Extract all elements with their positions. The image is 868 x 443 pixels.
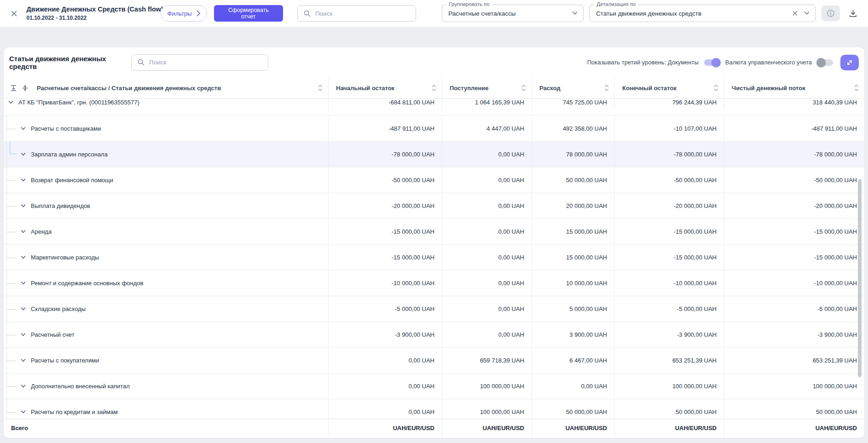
cell-expense: 50 000,00 UAH (532, 167, 614, 193)
group-by-label: Группировать по (446, 1, 492, 7)
chevron-down-icon[interactable] (20, 280, 26, 286)
row-label: Дополнительно внесенный капитал (31, 383, 130, 390)
toolbar-right: Показывать третий уровень: Документы Вал… (587, 55, 859, 70)
close-button[interactable] (8, 7, 20, 19)
tree-connector (7, 412, 16, 413)
table-row[interactable]: Зарплата админ персонала -78 000,00 UAH … (4, 142, 864, 167)
sort-icon[interactable] (713, 84, 719, 92)
expand-button[interactable] (840, 55, 859, 70)
toggle-currency-switch[interactable] (817, 59, 833, 66)
chevron-down-icon[interactable] (20, 383, 26, 389)
cell-opening-balance: -50 000,00 UAH (328, 167, 442, 193)
chevron-down-icon[interactable] (20, 332, 26, 338)
row-tree-cell: Расчетный счет (4, 322, 328, 347)
chevron-down-icon[interactable] (20, 229, 26, 235)
cell-opening-balance: -15 000,00 UAH (328, 245, 442, 270)
chevron-down-icon[interactable] (20, 306, 26, 312)
group-by-select[interactable]: Группировать по Расчетные счета/кассы (442, 5, 584, 22)
detail-by-select[interactable]: Детализация по Статьи движения денежных … (590, 5, 816, 22)
chevron-down-icon[interactable] (20, 126, 26, 132)
table-row[interactable]: Расчеты по кредитам и займам 0,00 UAH 10… (4, 399, 864, 419)
cell-income: 0,00 UAH (442, 270, 532, 296)
tree-guide-line (6, 399, 7, 419)
sort-icon[interactable] (318, 84, 323, 92)
cell-income: 4 447,00 UAH (442, 116, 532, 141)
chevron-down-icon[interactable] (20, 151, 26, 157)
cell-income: 0,00 UAH (442, 219, 532, 244)
row-tree-cell: Маркетинговые расходы (4, 245, 328, 270)
table-row[interactable]: Выплата дивидендов -20 000,00 UAH 0,00 U… (4, 193, 864, 219)
row-label: Маркетинговые расходы (31, 254, 99, 261)
footer-value-expense: UAH/EUR/USD (532, 419, 614, 437)
cell-closing-balance: -10 107,00 UAH (614, 116, 724, 141)
tree-connector (7, 335, 16, 335)
search-icon (303, 10, 311, 17)
row-label: АТ КБ "ПриватБанк", грн. (00011963555577… (18, 99, 139, 106)
info-icon (827, 9, 835, 17)
table-row[interactable]: Дополнительно внесенный капитал 0,00 UAH… (4, 374, 864, 399)
topbar-search-input[interactable] (315, 10, 410, 17)
tree-connector (7, 258, 16, 258)
table-row[interactable]: Маркетинговые расходы -15 000,00 UAH 0,0… (4, 245, 864, 270)
expand-all-icon[interactable] (10, 85, 17, 92)
cell-expense: 745 725,00 UAH (532, 99, 614, 110)
row-tree-cell: Дополнительно внесенный капитал (4, 374, 328, 399)
table-row[interactable]: Ремонт и содержание основных фондов -10 … (4, 270, 864, 296)
table-footer: Всего UAH/EUR/USD UAH/EUR/USD UAH/EUR/US… (4, 419, 864, 437)
table-body: АТ КБ "ПриватБанк", грн. (00011963555577… (4, 99, 864, 419)
table-row[interactable]: Расчетный счет -3 900,00 UAH 0,00 UAH 3 … (4, 322, 864, 348)
expand-icon (846, 59, 853, 66)
cell-income: 0,00 UAH (442, 245, 532, 270)
generate-report-button[interactable]: Сформировать отчет (214, 5, 283, 22)
column-header-label: Чистый денежный поток (732, 85, 805, 92)
section-title: Статьи движения денежных средств (9, 55, 131, 70)
row-label: Возврат финансовой помощи (31, 177, 113, 184)
clear-icon[interactable] (793, 11, 798, 16)
table-row[interactable]: Аренда -15 000,00 UAH 0,00 UAH 15 000,00… (4, 219, 864, 245)
table-search-input[interactable] (149, 59, 262, 66)
cell-closing-balance: -5 000,00 UAH (614, 296, 724, 322)
tree-connector (7, 309, 16, 310)
sort-icon[interactable] (604, 84, 609, 92)
column-header-label: Расчетные счета/кассы / Статьи движения … (37, 85, 221, 92)
info-button[interactable] (822, 6, 839, 21)
chevron-down-icon[interactable] (20, 357, 26, 363)
filters-button-label: Фильтры (168, 10, 192, 17)
tree-guide-line (6, 142, 7, 167)
table-row[interactable]: Расчеты с покупателями 0,00 UAH 659 718,… (4, 348, 864, 374)
collapse-all-icon[interactable] (22, 85, 29, 92)
vertical-scrollbar-thumb[interactable] (858, 179, 862, 377)
chevron-down-icon[interactable] (20, 254, 26, 260)
row-tree-cell: Расчеты по кредитам и займам (4, 399, 328, 419)
sort-icon[interactable] (854, 84, 859, 92)
table-row[interactable]: Расчеты с поставщиками -487 911,00 UAH 4… (4, 116, 864, 142)
toggle-third-level-switch[interactable] (704, 59, 720, 66)
chevron-down-icon[interactable] (20, 177, 26, 183)
filters-button[interactable]: Фильтры (161, 5, 207, 22)
sort-icon[interactable] (431, 84, 437, 92)
table-row[interactable]: Возврат финансовой помощи -50 000,00 UAH… (4, 167, 864, 193)
cell-net-cash-flow: -487 911,00 UAH (724, 116, 864, 141)
footer-label: Всего (4, 419, 328, 437)
chevron-down-icon[interactable] (8, 99, 14, 105)
row-tree-cell: Складские расходы (4, 296, 328, 322)
row-label: Расчетный счет (31, 331, 75, 338)
table-header: Расчетные счета/кассы / Статьи движения … (4, 77, 864, 99)
cell-opening-balance: 0,00 UAH (328, 399, 442, 419)
chevron-down-icon[interactable] (20, 409, 26, 415)
cell-opening-balance: -3 900,00 UAH (328, 322, 442, 347)
cell-opening-balance: -10 000,00 UAH (328, 270, 442, 296)
download-icon (849, 9, 857, 18)
chevron-down-icon (572, 12, 578, 16)
row-tree-cell: Выплата дивидендов (4, 193, 328, 219)
row-label: Расчеты по кредитам и займам (31, 408, 118, 415)
report-title-dropdown[interactable]: Движение Денежных Средств (Cash flow) (26, 6, 161, 13)
chevron-down-icon[interactable] (20, 203, 26, 209)
table-row[interactable]: Складские расходы -5 000,00 UAH 0,00 UAH… (4, 296, 864, 322)
download-button[interactable] (846, 6, 860, 21)
cell-expense: 20 000,00 UAH (532, 193, 614, 219)
cell-expense: 15 000,00 UAH (532, 245, 614, 270)
sort-icon[interactable] (521, 84, 527, 92)
report-title-block: Движение Денежных Средств (Cash flow) 01… (26, 6, 161, 21)
table-row[interactable]: АТ КБ "ПриватБанк", грн. (00011963555577… (4, 99, 864, 116)
